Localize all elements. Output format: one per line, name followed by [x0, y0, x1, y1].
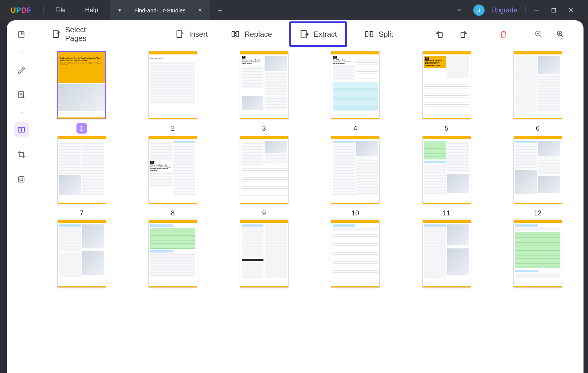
zoom-out-button[interactable]: [533, 28, 545, 40]
close-icon[interactable]: ✕: [196, 7, 205, 13]
select-pages-button[interactable]: Select Pages: [46, 23, 107, 46]
page-thumb-5[interactable]: 03 Looking Into the Top 10 Subject Major…: [417, 51, 477, 134]
svg-rect-16: [232, 32, 235, 37]
page-number: 12: [534, 209, 542, 217]
edit-page-icon[interactable]: [14, 87, 29, 102]
extract-label: Extract: [314, 30, 337, 39]
thumbnail-grid: Find and Apply For the Best Institutes I…: [36, 48, 584, 373]
rotate-left-button[interactable]: [435, 28, 445, 40]
logo-letter: P: [16, 6, 21, 14]
logo-letter: U: [10, 6, 16, 14]
watermark-icon[interactable]: [14, 172, 29, 187]
page-number: 9: [262, 209, 266, 217]
menu-help[interactable]: Help: [75, 6, 108, 14]
tab-title: Find-and-...r-Studies: [128, 7, 192, 14]
insert-label: Insert: [189, 30, 208, 39]
svg-rect-22: [438, 32, 442, 38]
chevron-down-icon[interactable]: [456, 7, 467, 14]
page-thumb-14[interactable]: [143, 220, 203, 288]
zoom-in-button[interactable]: [554, 28, 566, 40]
svg-rect-23: [461, 32, 465, 38]
divider: [43, 6, 44, 14]
thumb-title: Looking Into the Top 10 Subject Majors T…: [425, 60, 445, 67]
tab-dropdown-icon[interactable]: ▾: [115, 7, 124, 13]
svg-rect-20: [370, 32, 373, 37]
thumb-title: Find and Apply For the Best Institutes I…: [60, 57, 103, 62]
content-column: Select Pages Insert Replace Extract: [36, 20, 584, 373]
divider: [525, 6, 526, 14]
delete-button[interactable]: [498, 28, 509, 40]
page-thumb-10[interactable]: 10: [325, 136, 385, 217]
svg-rect-1: [552, 8, 555, 12]
logo-letter: F: [27, 6, 32, 14]
page-thumb-18[interactable]: [508, 220, 568, 288]
titlebar: UPDF File Help ▾ Find-and-...r-Studies ✕…: [0, 0, 588, 20]
app-logo: UPDF: [0, 6, 42, 15]
page-number: 2: [171, 125, 175, 132]
organize-pages-icon[interactable]: [14, 122, 29, 137]
bookmarks-icon[interactable]: [14, 27, 29, 42]
thumb-title: The 10 Best Global Universities Leading …: [333, 59, 355, 65]
section-tag: 01: [242, 56, 245, 59]
page-thumb-11[interactable]: 11: [417, 136, 477, 217]
thumb-title: Understanding the Need to Apply Internat…: [242, 59, 264, 65]
page-thumb-4[interactable]: 02 The 10 Best Global Universities Leadi…: [325, 51, 385, 134]
page-thumb-13[interactable]: [52, 220, 112, 288]
page-number: 6: [536, 125, 540, 132]
thumb-title: Table of Contents: [150, 58, 195, 60]
replace-button[interactable]: Replace: [225, 26, 277, 42]
replace-icon: [230, 29, 240, 39]
page-thumb-15[interactable]: [234, 220, 294, 288]
page-thumb-3[interactable]: 01 Understanding the Need to Apply Inter…: [234, 51, 294, 134]
avatar[interactable]: J: [473, 5, 485, 16]
page-thumb-17[interactable]: [417, 220, 477, 288]
page-thumb-12[interactable]: 12: [508, 136, 568, 217]
split-button[interactable]: Split: [359, 26, 398, 42]
minimize-button[interactable]: [534, 8, 545, 13]
page-thumb-7[interactable]: 7: [52, 136, 112, 217]
page-number: 1: [76, 123, 87, 134]
page-number: 10: [352, 209, 359, 217]
separator: [20, 112, 23, 113]
insert-button[interactable]: Insert: [170, 26, 213, 42]
highlighter-icon[interactable]: [14, 62, 29, 77]
page-number: 7: [80, 209, 84, 217]
page-thumb-1[interactable]: Find and Apply For the Best Institutes I…: [52, 51, 112, 134]
side-toolbar: [7, 20, 36, 373]
close-window-button[interactable]: [569, 8, 579, 13]
page-thumb-6[interactable]: 6: [508, 51, 568, 134]
thumb-title: Scholarship Rules - An Overview and How …: [150, 164, 172, 171]
replace-label: Replace: [245, 30, 272, 39]
page-thumb-16[interactable]: [325, 220, 385, 288]
new-tab-button[interactable]: ＋: [213, 3, 227, 17]
document-tab[interactable]: ▾ Find-and-...r-Studies ✕: [110, 0, 210, 20]
page-number: 8: [171, 209, 175, 217]
extract-icon: [299, 29, 309, 39]
maximize-button[interactable]: [551, 8, 562, 13]
page-toolbar: Select Pages Insert Replace Extract: [36, 20, 584, 48]
titlebar-right: J Upgrade: [456, 5, 588, 16]
menu-file[interactable]: File: [45, 6, 75, 14]
rotate-right-button[interactable]: [458, 28, 468, 40]
svg-rect-19: [365, 32, 368, 37]
page-thumb-9[interactable]: 9: [234, 136, 294, 217]
svg-rect-8: [18, 128, 21, 132]
page-number: 5: [445, 125, 449, 132]
page-number: 4: [353, 125, 357, 132]
upgrade-button[interactable]: Upgrade: [491, 6, 517, 14]
page-thumb-2[interactable]: Table of Contents 2: [143, 51, 203, 134]
split-icon: [364, 29, 374, 39]
select-pages-label: Select Pages: [65, 26, 102, 43]
split-label: Split: [379, 30, 393, 39]
extract-button[interactable]: Extract: [289, 21, 347, 47]
page-thumb-8[interactable]: 04 Scholarship Rules - An Overview and H…: [143, 136, 203, 217]
crop-icon[interactable]: [14, 147, 29, 162]
select-pages-icon: [52, 29, 61, 39]
logo-letter: D: [21, 6, 27, 14]
main-area: Select Pages Insert Replace Extract: [7, 20, 584, 373]
insert-icon: [175, 29, 185, 39]
svg-rect-13: [177, 31, 182, 38]
section-tag: 04: [150, 161, 154, 164]
svg-line-25: [540, 35, 542, 38]
svg-line-28: [561, 35, 564, 38]
